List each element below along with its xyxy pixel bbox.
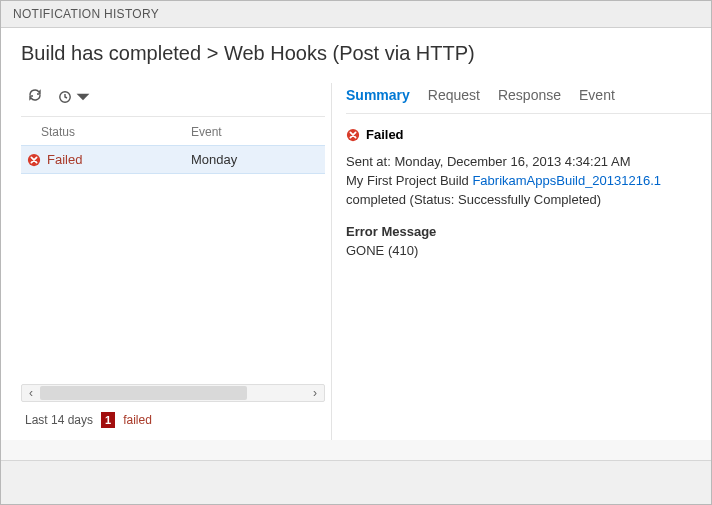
bottom-bar xyxy=(1,460,711,504)
history-icon xyxy=(57,89,73,105)
window-title-bar: NOTIFICATION HISTORY xyxy=(1,1,711,28)
detail-tabs: Summary Request Response Event xyxy=(346,83,711,114)
tab-request[interactable]: Request xyxy=(428,87,480,103)
detail-status: Failed xyxy=(346,126,711,145)
error-icon xyxy=(27,153,41,167)
window-title: NOTIFICATION HISTORY xyxy=(13,7,159,21)
page-title: Build has completed > Web Hooks (Post vi… xyxy=(1,28,711,75)
failed-count-badge: 1 xyxy=(101,412,115,428)
toolbar xyxy=(21,83,325,117)
scroll-thumb[interactable] xyxy=(40,386,247,400)
error-message-body: GONE (410) xyxy=(346,242,711,261)
build-link[interactable]: FabrikamAppsBuild_20131216.1 xyxy=(472,173,661,188)
scroll-left-arrow[interactable]: ‹ xyxy=(22,385,40,401)
horizontal-scrollbar[interactable]: ‹ › xyxy=(21,384,325,402)
tab-summary[interactable]: Summary xyxy=(346,87,410,103)
content-area: Build has completed > Web Hooks (Post vi… xyxy=(1,28,711,440)
failed-label: failed xyxy=(123,413,152,427)
detail-panel: Failed Sent at: Monday, December 16, 201… xyxy=(346,114,711,261)
sent-at-value: Monday, December 16, 2013 4:34:21 AM xyxy=(394,154,630,169)
date-range-label: Last 14 days xyxy=(25,413,93,427)
column-header-status[interactable]: Status xyxy=(41,125,191,139)
table-row[interactable]: Failed Monday xyxy=(21,145,325,174)
column-header-event[interactable]: Event xyxy=(191,125,319,139)
build-line: My First Project Build FabrikamAppsBuild… xyxy=(346,172,711,210)
build-text-b: completed (Status: Successfully Complete… xyxy=(346,192,601,207)
right-pane: Summary Request Response Event Failed Se… xyxy=(332,75,711,440)
build-text-a: My First Project Build xyxy=(346,173,472,188)
history-dropdown[interactable] xyxy=(57,89,91,105)
left-pane: Status Event Failed Monday ‹ › xyxy=(21,75,331,440)
main-split: Status Event Failed Monday ‹ › xyxy=(1,75,711,440)
tab-response[interactable]: Response xyxy=(498,87,561,103)
status-cell: Failed xyxy=(27,152,191,167)
error-icon xyxy=(346,128,360,142)
chevron-down-icon xyxy=(75,89,91,105)
detail-status-text: Failed xyxy=(366,126,404,145)
left-footer: Last 14 days 1 failed xyxy=(21,402,325,440)
refresh-icon xyxy=(27,87,43,103)
scroll-track[interactable] xyxy=(40,385,306,401)
event-cell: Monday xyxy=(191,152,319,167)
sent-at-line: Sent at: Monday, December 16, 2013 4:34:… xyxy=(346,153,711,172)
scroll-right-arrow[interactable]: › xyxy=(306,385,324,401)
grid-header: Status Event xyxy=(21,117,325,145)
sent-at-label: Sent at: xyxy=(346,154,394,169)
tab-event[interactable]: Event xyxy=(579,87,615,103)
refresh-button[interactable] xyxy=(27,87,43,106)
status-text: Failed xyxy=(47,152,82,167)
error-message-heading: Error Message xyxy=(346,223,711,242)
